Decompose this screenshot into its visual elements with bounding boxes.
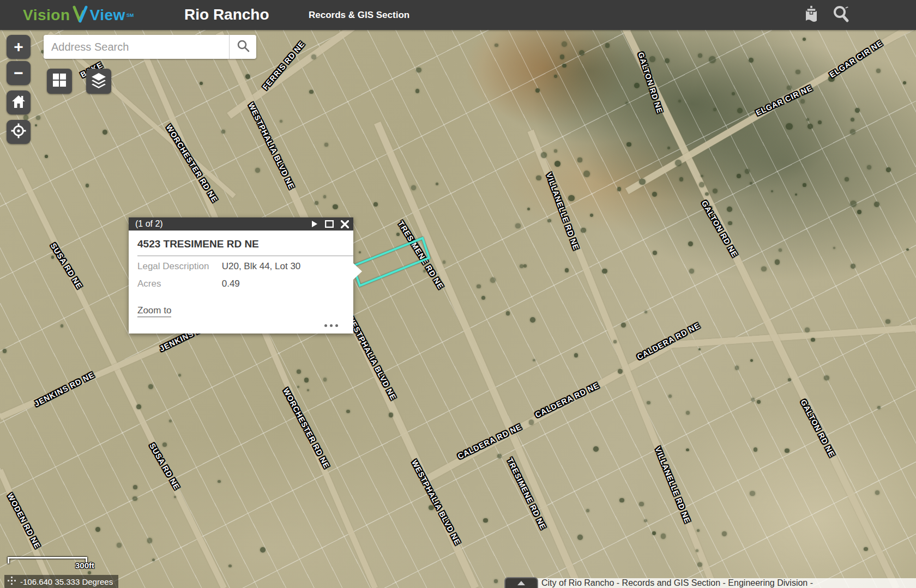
move-cursor-icon	[8, 577, 16, 586]
popup-body: 4523 TRESIMENE RD NE Legal Description U…	[129, 231, 353, 334]
logo-text-vision: Vision	[23, 7, 70, 24]
popup-close-button[interactable]	[341, 220, 349, 228]
search-icon	[830, 4, 851, 27]
crosshair-icon	[11, 123, 26, 141]
scale-bar-label: 300ft	[75, 561, 94, 570]
magnifier-icon	[236, 39, 250, 55]
field-label: Legal Description	[137, 261, 219, 272]
chevron-up-icon	[517, 581, 525, 585]
zoom-in-button[interactable]: +	[7, 35, 31, 59]
road-strip	[0, 469, 55, 588]
layers-icon	[91, 72, 107, 90]
popup-pagination: (1 of 2)	[135, 219, 163, 228]
page-subtitle: Records & GIS Section	[309, 10, 409, 21]
layers-button[interactable]	[86, 69, 111, 94]
address-search-box	[44, 35, 256, 59]
add-map-icon	[801, 4, 821, 26]
field-label: Acres	[137, 278, 219, 289]
popup-divider	[137, 256, 353, 256]
road-strip	[424, 340, 675, 482]
logo-v-icon	[72, 5, 88, 25]
attribute-table-toggle[interactable]	[504, 577, 538, 588]
popup-next-button[interactable]	[311, 220, 318, 228]
my-location-button[interactable]	[7, 120, 31, 144]
logo-sm-mark: SM	[126, 13, 134, 18]
basemap-grid-icon	[52, 73, 67, 89]
home-icon	[11, 94, 26, 111]
road-strip	[668, 325, 916, 348]
attribute-search-button[interactable]	[830, 4, 852, 26]
popup-field-row: Acres 0.49	[137, 278, 240, 289]
popup-title: 4523 TRESIMENE RD NE	[137, 238, 259, 250]
home-button[interactable]	[7, 90, 31, 114]
address-search-button[interactable]	[229, 35, 256, 59]
field-value: U20, Blk 44, Lot 30	[222, 261, 301, 271]
coordinates-widget[interactable]: -106.640 35.333 Degrees	[4, 575, 118, 588]
zoom-to-link[interactable]: Zoom to	[137, 305, 171, 317]
road-strip	[527, 130, 717, 588]
vision-view-logo: Vision View SM	[23, 4, 134, 26]
field-value: 0.49	[222, 278, 240, 289]
basemap-gallery-button[interactable]	[47, 69, 72, 94]
map-attribution: City of Rio Rancho - Records and GIS Sec…	[537, 578, 916, 588]
page-title: Rio Rancho	[184, 6, 269, 23]
add-data-button[interactable]	[800, 4, 822, 26]
popup-more-options-button[interactable]	[324, 324, 338, 327]
logo-text-view: View	[90, 7, 125, 24]
popup-field-row: Legal Description U20, Blk 44, Lot 30	[137, 261, 300, 272]
coordinates-readout: -106.640 35.333 Degrees	[20, 577, 113, 586]
popup-header[interactable]: (1 of 2)	[129, 217, 353, 231]
popup-pointer	[353, 263, 362, 280]
popup-maximize-button[interactable]	[325, 220, 334, 228]
address-search-input[interactable]	[44, 35, 229, 59]
feature-popup: (1 of 2) 4523 TRESIMENE RD NE Legal Desc…	[129, 217, 353, 334]
zoom-out-button[interactable]: −	[7, 61, 31, 85]
app-header: Vision View SM Rio Rancho Records & GIS …	[0, 0, 916, 30]
